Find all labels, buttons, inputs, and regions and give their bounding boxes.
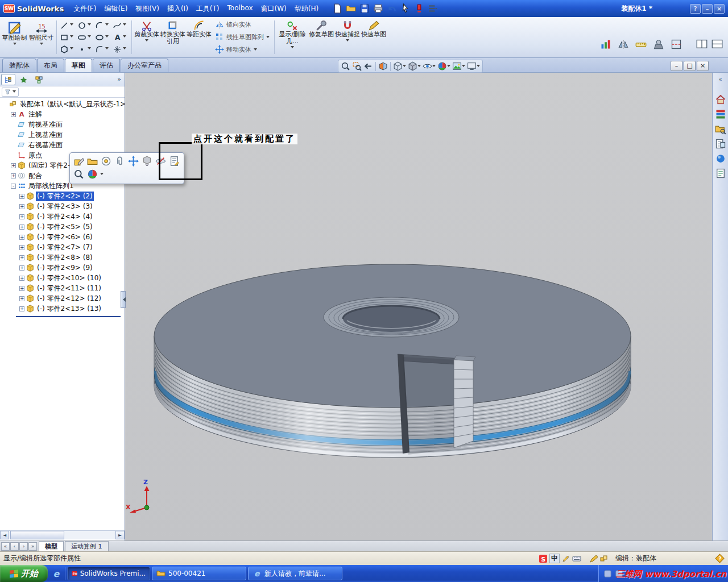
smart-dimension-button[interactable]: 15 智能尺寸 <box>28 19 55 56</box>
move-component-button[interactable] <box>127 155 139 167</box>
home-icon[interactable] <box>715 94 726 105</box>
linear-sketch-pattern-button[interactable]: 线性草图阵列 <box>215 32 270 41</box>
fillet-tool-button[interactable] <box>95 44 111 55</box>
tree-expander[interactable]: + <box>19 194 24 199</box>
tree-item[interactable]: 前视基准面 <box>0 119 125 130</box>
start-button[interactable]: 开始 <box>0 565 48 582</box>
screen-pane-icon[interactable] <box>711 38 723 51</box>
previous-view-button[interactable] <box>363 61 374 72</box>
menu-item-0[interactable]: 文件(F) <box>69 2 100 15</box>
tree-expander[interactable]: - <box>11 184 16 189</box>
tree-expander[interactable]: + <box>19 286 24 291</box>
tree-item[interactable]: +(-) 零件2<12> (12) <box>0 293 125 304</box>
options-list-icon[interactable] <box>427 3 439 14</box>
menu-item-5[interactable]: Toolbox <box>224 2 257 15</box>
quick-snaps-button[interactable]: 快速捕捉 <box>334 19 361 56</box>
tree-item[interactable]: +A注解 <box>0 109 125 119</box>
convert-entities-button[interactable]: 转换实体引用 <box>160 19 186 56</box>
tree-expander[interactable]: + <box>19 214 24 219</box>
menu-item-2[interactable]: 视图(V) <box>131 2 163 15</box>
taskpane-expand-icon[interactable]: « <box>718 76 722 82</box>
file-explorer-icon[interactable] <box>715 123 726 135</box>
star-tool-button[interactable] <box>113 44 129 55</box>
tree-expander[interactable]: + <box>11 173 16 178</box>
tree-item[interactable]: +(-) 零件2<11> (11) <box>0 283 125 293</box>
screen-split-icon[interactable] <box>696 38 708 51</box>
move-entities-button[interactable]: 移动实体 <box>215 45 270 54</box>
tree-item[interactable]: +(-) 零件2<9> (9) <box>0 263 125 273</box>
tab-办公室产品[interactable]: 办公室产品 <box>121 59 168 72</box>
tree-expander[interactable]: + <box>19 225 24 230</box>
tree-expander[interactable]: + <box>19 276 24 281</box>
quick-launch-ie-icon[interactable]: e <box>51 568 61 579</box>
tree-item[interactable]: +(-) 零件2<6> (6) <box>0 232 125 242</box>
open-icon[interactable] <box>345 3 357 14</box>
display-style-button[interactable] <box>407 61 421 72</box>
tree-item[interactable]: +(-) 零件2<3> (3) <box>0 201 125 211</box>
tree-expander[interactable]: + <box>11 163 16 168</box>
display-delete-relations-button[interactable]: 显示/删除几... <box>276 19 308 56</box>
taskbar-task-2[interactable]: e新人请教，前辈请... <box>248 567 342 580</box>
view-orientation-button[interactable] <box>392 61 407 72</box>
select-arrow-icon[interactable] <box>400 3 411 14</box>
tree-item[interactable]: 右视基准面 <box>0 140 125 150</box>
tree-expander[interactable]: + <box>19 296 24 301</box>
rebuild-icon[interactable] <box>413 3 425 14</box>
tree-item[interactable]: 上视基准面 <box>0 130 125 140</box>
isolate-button[interactable] <box>100 155 112 167</box>
menu-item-3[interactable]: 插入(I) <box>163 2 192 15</box>
arc-tool-button[interactable] <box>95 20 111 31</box>
polygon-tool-button[interactable] <box>60 44 76 55</box>
taskbar-task-0[interactable]: SWSolidWorks Premi... <box>67 567 150 580</box>
help-button[interactable]: ? <box>690 4 701 14</box>
tree-expander[interactable]: + <box>19 245 24 250</box>
rapid-sketch-button[interactable]: 快速草图 <box>361 19 387 56</box>
undo-icon[interactable] <box>386 3 398 14</box>
visualization-icon[interactable] <box>599 38 612 51</box>
line-tool-button[interactable] <box>60 20 76 31</box>
scroll-right-icon[interactable]: ► <box>115 531 125 539</box>
view-palette-icon[interactable] <box>715 138 726 149</box>
measure-icon[interactable] <box>635 38 647 51</box>
menu-item-1[interactable]: 编辑(E) <box>100 2 131 15</box>
tree-expander[interactable]: + <box>19 265 24 271</box>
scrollbar-track[interactable] <box>64 531 115 539</box>
open-part-button[interactable] <box>86 155 98 167</box>
edit-appearance-button[interactable] <box>437 61 451 72</box>
panel-tab-configurationmanager[interactable] <box>32 74 46 85</box>
zoom-to-selection-button[interactable] <box>73 168 85 180</box>
mass-properties-icon[interactable] <box>652 38 665 51</box>
tab-评估[interactable]: 评估 <box>93 59 120 72</box>
tree-expander[interactable]: + <box>19 306 24 311</box>
tree-item[interactable]: +(-) 零件2<7> (7) <box>0 242 125 252</box>
rectangle-tool-button[interactable] <box>60 32 76 43</box>
appearance-button[interactable] <box>86 168 98 180</box>
menu-item-6[interactable]: 窗口(W) <box>257 2 291 15</box>
section-tool-icon[interactable] <box>670 38 682 51</box>
child-restore-button[interactable]: □ <box>684 61 696 71</box>
model-tab-0[interactable]: 模型 <box>39 541 64 551</box>
tree-item[interactable]: 装配体1 (默认<默认_显示状态-1>) <box>0 99 125 109</box>
section-view-button[interactable] <box>378 61 388 72</box>
menu-item-7[interactable]: 帮助(H) <box>291 2 322 15</box>
scrollbar-thumb[interactable] <box>10 531 64 539</box>
tree-expander[interactable]: + <box>19 235 24 240</box>
appearances-ball-icon[interactable] <box>715 153 726 164</box>
panel-more-chevron[interactable]: » <box>117 76 123 83</box>
trim-entities-button[interactable]: 剪裁实体 <box>134 19 160 56</box>
scroll-left-icon[interactable]: ◄ <box>0 531 9 539</box>
design-library-icon[interactable] <box>715 109 726 120</box>
hide-show-items-button[interactable] <box>422 61 436 72</box>
slot-tool-button[interactable] <box>77 32 93 43</box>
panel-collapse-handle[interactable] <box>121 291 126 308</box>
tree-item[interactable]: +(-) 零件2<13> (13) <box>0 304 125 314</box>
close-button[interactable]: × <box>714 4 725 14</box>
new-doc-icon[interactable] <box>332 3 343 14</box>
tab-scroll-3[interactable]: » <box>28 542 37 551</box>
tree-item[interactable]: +(-) 零件2<5> (5) <box>0 222 125 232</box>
tab-scroll-1[interactable]: ‹ <box>10 542 19 551</box>
keyboard-icon[interactable] <box>572 554 581 563</box>
custom-properties-icon[interactable] <box>715 168 726 179</box>
save-icon[interactable] <box>359 3 370 14</box>
suppress-button[interactable] <box>141 155 153 167</box>
